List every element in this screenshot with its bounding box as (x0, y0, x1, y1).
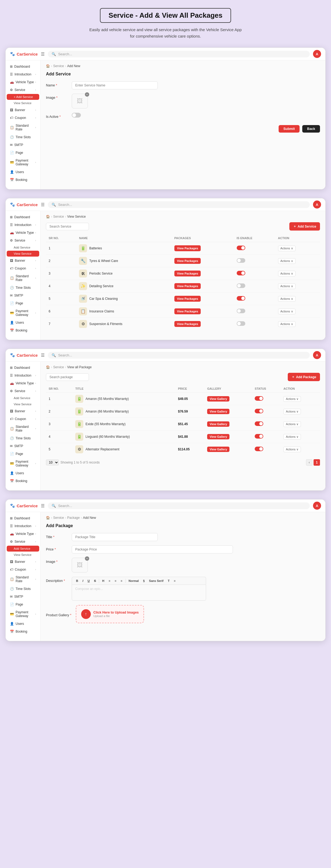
view-packages-btn[interactable]: View Packages (174, 271, 201, 276)
avatar-2[interactable]: A (313, 200, 321, 209)
search-bar-4[interactable]: 🔍 Search... (48, 502, 310, 509)
sidebar-item-intro-3[interactable]: ☰Introduction › (7, 372, 39, 379)
sidebar-item-smtp-2[interactable]: ✉SMTP (7, 292, 39, 299)
sidebar-item-std-4[interactable]: 📋Standard Rate › (7, 574, 39, 585)
sidebar-item-dashboard-4[interactable]: ⊞Dashboard (7, 515, 39, 522)
search-bar-3[interactable]: 🔍 Search... (48, 352, 310, 359)
hamburger-icon-3[interactable]: ☰ (41, 353, 45, 358)
status-toggle[interactable] (255, 446, 263, 451)
sidebar-item-introduction-2[interactable]: ☰Introduction › (7, 221, 39, 229)
add-service-button[interactable]: ＋ Add Service (289, 222, 320, 230)
view-packages-btn[interactable]: View Packages (174, 283, 201, 289)
sidebar-item-banner[interactable]: 🖼Banner › (7, 106, 39, 114)
actions-dropdown[interactable]: Actions ∨ (283, 396, 301, 402)
enable-toggle[interactable] (237, 296, 245, 301)
status-toggle[interactable] (255, 434, 263, 439)
hamburger-icon-2[interactable]: ☰ (41, 202, 45, 207)
sidebar-item-vehicle-type[interactable]: 🚗Vehicle Type › (7, 79, 39, 86)
view-gallery-btn[interactable]: View Gallery (207, 434, 229, 439)
actions-dropdown[interactable]: Actions ∨ (283, 446, 301, 452)
sidebar-item-add-service[interactable]: + Add Service (7, 94, 39, 100)
sidebar-item-service[interactable]: ⚙Service › (7, 86, 39, 94)
actions-dropdown[interactable]: Actions ∨ (278, 309, 296, 314)
view-gallery-btn[interactable]: View Gallery (207, 396, 229, 402)
actions-dropdown[interactable]: Actions ∨ (278, 283, 296, 289)
sidebar-item-add-service-4[interactable]: Add Service (7, 546, 39, 552)
view-packages-btn[interactable]: View Packages (174, 321, 201, 327)
actions-dropdown[interactable]: Actions ∨ (278, 296, 296, 302)
sidebar-item-page[interactable]: 📄Page (7, 149, 39, 156)
enable-toggle[interactable] (237, 309, 245, 313)
actions-dropdown[interactable]: Actions ∨ (278, 271, 296, 276)
sidebar-item-users[interactable]: 👤Users (7, 168, 39, 176)
package-title-input[interactable] (72, 533, 158, 541)
enable-toggle[interactable] (237, 246, 245, 250)
sidebar-item-dashboard-2[interactable]: ⊞Dashboard (7, 213, 39, 221)
sidebar-item-ts-4[interactable]: 🕐Time Slots (7, 585, 39, 593)
sidebar-item-service-3[interactable]: ⚙Service › (7, 387, 39, 395)
sidebar-item-timeslots-2[interactable]: 🕐Time Slots (7, 284, 39, 291)
sidebar-item-smtp[interactable]: ✉SMTP (7, 141, 39, 149)
view-gallery-btn[interactable]: View Gallery (207, 409, 229, 414)
sidebar-item-banner-2[interactable]: 🖼Banner › (7, 257, 39, 265)
sidebar-item-page-4[interactable]: 📄Page (7, 601, 39, 608)
search-service-input[interactable] (46, 223, 89, 230)
sidebar-item-booking-3[interactable]: 📅Booking (7, 477, 39, 485)
sidebar-item-pg-4[interactable]: 💳Payment Gateway › (7, 609, 39, 620)
image-edit-icon[interactable]: ✏ (85, 92, 89, 97)
sidebar-item-booking-4[interactable]: 📅Booking (7, 628, 39, 635)
sidebar-item-dashboard-3[interactable]: ⊞Dashboard (7, 364, 39, 371)
view-gallery-btn[interactable]: View Gallery (207, 422, 229, 427)
italic-btn[interactable]: I (81, 579, 85, 583)
text-color-btn[interactable]: T (166, 579, 171, 583)
list-ol-btn[interactable]: ≡ (113, 579, 118, 583)
sidebar-item-coupon[interactable]: 🏷Coupon › (7, 114, 39, 122)
sidebar-item-vt-3[interactable]: 🚗Vehicle Type › (7, 379, 39, 387)
enable-toggle[interactable] (237, 321, 245, 326)
align-btn[interactable]: ≡ (172, 579, 177, 583)
package-price-input[interactable] (72, 546, 233, 553)
sidebar-item-vehicle-type-2[interactable]: 🚗Vehicle Type › (7, 229, 39, 237)
sidebar-item-add-service-2[interactable]: Add Service (7, 245, 39, 250)
sidebar-item-view-service-3[interactable]: View Service (7, 401, 39, 407)
sidebar-item-banner-3[interactable]: 🖼Banner › (7, 407, 39, 415)
sidebar-item-intro-4[interactable]: ☰Introduction › (7, 522, 39, 530)
search-bar[interactable]: 🔍 Search... (48, 51, 310, 57)
description-input[interactable]: Compose an epic... (72, 585, 206, 601)
view-packages-btn[interactable]: View Packages (174, 258, 201, 264)
actions-dropdown[interactable]: Actions ∨ (278, 321, 296, 327)
sidebar-item-booking-2[interactable]: 📅Booking (7, 327, 39, 334)
sidebar-item-booking[interactable]: 📅Booking (7, 176, 39, 184)
submit-button[interactable]: Submit (279, 125, 300, 132)
actions-dropdown[interactable]: Actions ∨ (278, 246, 296, 251)
sidebar-item-service-2[interactable]: ⚙Service › (7, 237, 39, 244)
sidebar-item-coupon-3[interactable]: 🏷Coupon › (7, 415, 39, 423)
sidebar-item-users-2[interactable]: 👤Users (7, 319, 39, 327)
status-toggle[interactable] (255, 422, 263, 426)
add-package-button[interactable]: ＋ Add Package (288, 373, 320, 381)
sidebar-item-view-service[interactable]: View Service (7, 100, 39, 106)
underline-btn[interactable]: U (86, 579, 91, 583)
pkg-image-edit-icon[interactable]: ✏ (85, 556, 89, 561)
hamburger-icon[interactable]: ☰ (41, 52, 45, 57)
sidebar-item-view-service-2[interactable]: View Service (7, 251, 39, 256)
sidebar-item-view-service-4[interactable]: View Service (7, 552, 39, 558)
strikethrough-btn[interactable]: S (93, 579, 97, 583)
sidebar-item-std-3[interactable]: 📋Standard Rate › (7, 423, 39, 434)
sidebar-item-users-3[interactable]: 👤Users (7, 469, 39, 477)
search-bar-2[interactable]: 🔍 Search... (48, 201, 310, 208)
sidebar-item-users-4[interactable]: 👤Users (7, 620, 39, 627)
status-toggle[interactable] (255, 409, 263, 413)
enable-toggle[interactable] (237, 258, 245, 263)
rows-select[interactable]: 102550 (46, 460, 59, 465)
sidebar-item-page-2[interactable]: 📄Page (7, 300, 39, 307)
view-packages-btn[interactable]: View Packages (174, 296, 201, 302)
image-upload[interactable]: 🖼 ✏ (72, 94, 88, 108)
sidebar-item-add-service-3[interactable]: Add Service (7, 395, 39, 401)
sidebar-item-payment-2[interactable]: 💳Payment Gateway › (7, 307, 39, 318)
sidebar-item-smtp-4[interactable]: ✉SMTP (7, 593, 39, 600)
actions-dropdown[interactable]: Actions ∨ (283, 409, 301, 414)
view-packages-btn[interactable]: View Packages (174, 245, 201, 251)
avatar[interactable]: A (313, 50, 321, 58)
hamburger-icon-4[interactable]: ☰ (41, 503, 45, 508)
